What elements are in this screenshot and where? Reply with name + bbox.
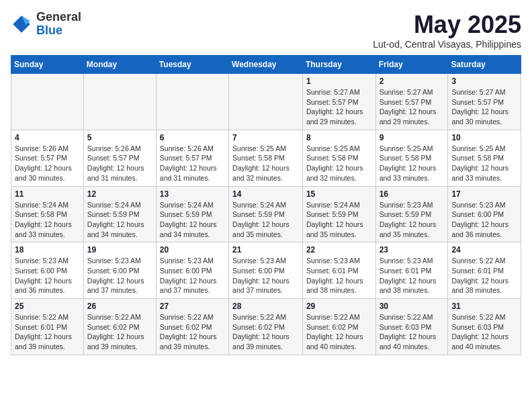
day-info: Sunrise: 5:22 AM Sunset: 6:02 PM Dayligh… (306, 312, 372, 352)
header-tuesday: Tuesday (156, 56, 228, 74)
day-info: Sunrise: 5:24 AM Sunset: 5:58 PM Dayligh… (15, 200, 80, 240)
day-info: Sunrise: 5:22 AM Sunset: 6:03 PM Dayligh… (380, 312, 445, 352)
calendar-cell (11, 74, 84, 130)
header-friday: Friday (375, 56, 448, 74)
calendar-header: SundayMondayTuesdayWednesdayThursdayFrid… (11, 56, 521, 74)
calendar-cell: 29Sunrise: 5:22 AM Sunset: 6:02 PM Dayli… (302, 299, 375, 355)
calendar-cell: 24Sunrise: 5:22 AM Sunset: 6:01 PM Dayli… (448, 242, 521, 299)
day-number: 25 (15, 302, 80, 311)
day-number: 6 (160, 133, 225, 142)
calendar-cell: 14Sunrise: 5:24 AM Sunset: 5:59 PM Dayli… (229, 186, 303, 242)
day-info: Sunrise: 5:25 AM Sunset: 5:58 PM Dayligh… (232, 144, 299, 183)
day-info: Sunrise: 5:23 AM Sunset: 6:00 PM Dayligh… (160, 256, 225, 295)
calendar-cell: 30Sunrise: 5:22 AM Sunset: 6:03 PM Dayli… (375, 299, 448, 355)
day-number: 9 (380, 133, 445, 142)
day-info: Sunrise: 5:22 AM Sunset: 6:02 PM Dayligh… (87, 312, 152, 352)
calendar-cell: 3Sunrise: 5:27 AM Sunset: 5:57 PM Daylig… (448, 74, 521, 130)
day-info: Sunrise: 5:22 AM Sunset: 6:01 PM Dayligh… (15, 312, 80, 352)
week-row-3: 11Sunrise: 5:24 AM Sunset: 5:58 PM Dayli… (11, 186, 521, 242)
day-info: Sunrise: 5:22 AM Sunset: 6:01 PM Dayligh… (451, 256, 517, 295)
week-row-5: 25Sunrise: 5:22 AM Sunset: 6:01 PM Dayli… (11, 299, 521, 355)
day-number: 18 (15, 245, 80, 255)
calendar-cell: 4Sunrise: 5:26 AM Sunset: 5:57 PM Daylig… (11, 130, 84, 186)
day-number: 20 (160, 245, 225, 255)
day-info: Sunrise: 5:26 AM Sunset: 5:57 PM Dayligh… (160, 144, 225, 183)
day-info: Sunrise: 5:25 AM Sunset: 5:58 PM Dayligh… (306, 144, 372, 183)
day-info: Sunrise: 5:24 AM Sunset: 5:59 PM Dayligh… (232, 200, 299, 240)
svg-marker-0 (13, 15, 30, 33)
day-number: 16 (380, 189, 445, 199)
day-number: 31 (451, 302, 517, 311)
page-header: General Blue May 2025 Lut-od, Central Vi… (11, 11, 521, 50)
calendar-body: 1Sunrise: 5:27 AM Sunset: 5:57 PM Daylig… (11, 74, 521, 355)
day-info: Sunrise: 5:27 AM Sunset: 5:57 PM Dayligh… (306, 87, 372, 127)
calendar-cell: 27Sunrise: 5:22 AM Sunset: 6:02 PM Dayli… (156, 299, 228, 355)
logo-blue: Blue (36, 24, 81, 38)
day-number: 3 (451, 77, 517, 86)
day-number: 24 (451, 245, 517, 255)
day-info: Sunrise: 5:22 AM Sunset: 6:02 PM Dayligh… (160, 312, 225, 352)
calendar-cell: 18Sunrise: 5:23 AM Sunset: 6:00 PM Dayli… (11, 242, 84, 299)
day-info: Sunrise: 5:23 AM Sunset: 6:01 PM Dayligh… (306, 256, 372, 295)
header-wednesday: Wednesday (229, 56, 303, 74)
day-number: 19 (87, 245, 152, 255)
day-number: 10 (451, 133, 517, 142)
calendar-cell: 22Sunrise: 5:23 AM Sunset: 6:01 PM Dayli… (302, 242, 375, 299)
calendar-cell: 12Sunrise: 5:24 AM Sunset: 5:59 PM Dayli… (83, 186, 156, 242)
subtitle: Lut-od, Central Visayas, Philippines (373, 39, 521, 50)
day-number: 22 (306, 245, 372, 255)
day-info: Sunrise: 5:23 AM Sunset: 6:00 PM Dayligh… (87, 256, 152, 295)
day-info: Sunrise: 5:24 AM Sunset: 5:59 PM Dayligh… (87, 200, 152, 240)
calendar-cell: 10Sunrise: 5:25 AM Sunset: 5:58 PM Dayli… (448, 130, 521, 186)
calendar-cell: 6Sunrise: 5:26 AM Sunset: 5:57 PM Daylig… (156, 130, 228, 186)
calendar-cell (229, 74, 303, 130)
day-number: 26 (87, 302, 152, 311)
calendar-cell: 25Sunrise: 5:22 AM Sunset: 6:01 PM Dayli… (11, 299, 84, 355)
day-info: Sunrise: 5:23 AM Sunset: 6:01 PM Dayligh… (380, 256, 445, 295)
calendar-cell: 1Sunrise: 5:27 AM Sunset: 5:57 PM Daylig… (302, 74, 375, 130)
day-info: Sunrise: 5:23 AM Sunset: 6:00 PM Dayligh… (15, 256, 80, 295)
header-sunday: Sunday (11, 56, 84, 74)
calendar-cell: 16Sunrise: 5:23 AM Sunset: 5:59 PM Dayli… (375, 186, 448, 242)
header-saturday: Saturday (448, 56, 521, 74)
day-number: 27 (160, 302, 225, 311)
day-number: 30 (380, 302, 445, 311)
calendar-cell (156, 74, 228, 130)
calendar-cell: 8Sunrise: 5:25 AM Sunset: 5:58 PM Daylig… (302, 130, 375, 186)
day-number: 15 (306, 189, 372, 199)
day-info: Sunrise: 5:23 AM Sunset: 6:00 PM Dayligh… (232, 256, 299, 295)
day-number: 14 (232, 189, 299, 199)
day-info: Sunrise: 5:22 AM Sunset: 6:02 PM Dayligh… (232, 312, 299, 352)
day-number: 8 (306, 133, 372, 142)
day-info: Sunrise: 5:23 AM Sunset: 5:59 PM Dayligh… (380, 200, 445, 240)
logo-icon (11, 13, 32, 35)
calendar-table: SundayMondayTuesdayWednesdayThursdayFrid… (11, 55, 521, 355)
day-number: 28 (232, 302, 299, 311)
day-info: Sunrise: 5:26 AM Sunset: 5:57 PM Dayligh… (87, 144, 152, 183)
week-row-2: 4Sunrise: 5:26 AM Sunset: 5:57 PM Daylig… (11, 130, 521, 186)
day-number: 23 (380, 245, 445, 255)
day-number: 29 (306, 302, 372, 311)
day-info: Sunrise: 5:27 AM Sunset: 5:57 PM Dayligh… (380, 87, 445, 127)
day-number: 17 (451, 189, 517, 199)
calendar-cell: 7Sunrise: 5:25 AM Sunset: 5:58 PM Daylig… (229, 130, 303, 186)
day-number: 12 (87, 189, 152, 199)
main-title: May 2025 (373, 11, 521, 39)
day-info: Sunrise: 5:27 AM Sunset: 5:57 PM Dayligh… (451, 87, 517, 127)
day-info: Sunrise: 5:22 AM Sunset: 6:03 PM Dayligh… (451, 312, 517, 352)
day-number: 11 (15, 189, 80, 199)
calendar-cell: 9Sunrise: 5:25 AM Sunset: 5:58 PM Daylig… (375, 130, 448, 186)
calendar-cell: 21Sunrise: 5:23 AM Sunset: 6:00 PM Dayli… (229, 242, 303, 299)
calendar-cell: 23Sunrise: 5:23 AM Sunset: 6:01 PM Dayli… (375, 242, 448, 299)
calendar-cell: 19Sunrise: 5:23 AM Sunset: 6:00 PM Dayli… (83, 242, 156, 299)
day-info: Sunrise: 5:23 AM Sunset: 6:00 PM Dayligh… (451, 200, 517, 240)
week-row-4: 18Sunrise: 5:23 AM Sunset: 6:00 PM Dayli… (11, 242, 521, 299)
header-thursday: Thursday (302, 56, 375, 74)
day-number: 5 (87, 133, 152, 142)
day-info: Sunrise: 5:25 AM Sunset: 5:58 PM Dayligh… (380, 144, 445, 183)
day-info: Sunrise: 5:24 AM Sunset: 5:59 PM Dayligh… (306, 200, 372, 240)
title-block: May 2025 Lut-od, Central Visayas, Philip… (373, 11, 521, 50)
day-number: 1 (306, 77, 372, 86)
header-monday: Monday (83, 56, 156, 74)
logo: General Blue (11, 11, 81, 38)
